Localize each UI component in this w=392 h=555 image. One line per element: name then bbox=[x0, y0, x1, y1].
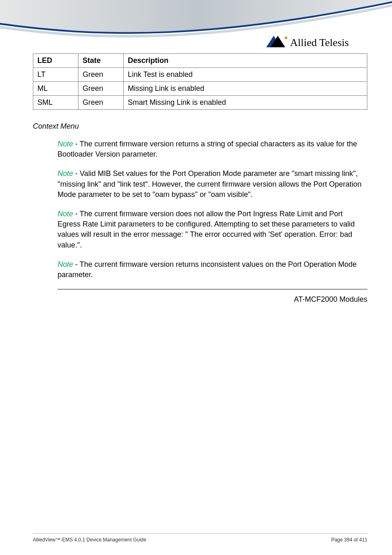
th-led: LED bbox=[33, 54, 78, 68]
module-label: AT-MCF2000 Modules bbox=[33, 295, 367, 304]
svg-point-2 bbox=[285, 37, 288, 39]
brand-logo: Allied Telesis bbox=[265, 35, 372, 50]
cell-desc: Smart Missing Link is enabled bbox=[124, 96, 367, 110]
cell-state: Green bbox=[78, 82, 124, 96]
led-table: LED State Description LT Green Link Test… bbox=[33, 53, 367, 110]
table-row: SML Green Smart Missing Link is enabled bbox=[33, 96, 367, 110]
table-row: LT Green Link Test is enabled bbox=[33, 68, 367, 82]
cell-led: LT bbox=[33, 68, 78, 82]
cell-desc: Missing Link is enabled bbox=[124, 82, 367, 96]
section-heading: Context Menu bbox=[33, 122, 367, 131]
brand-logo-text: Allied Telesis bbox=[290, 37, 349, 49]
footer-left: AlliedView™-EMS 4.0.1 Device Management … bbox=[33, 537, 146, 543]
cell-led: ML bbox=[33, 82, 78, 96]
page-footer: AlliedView™-EMS 4.0.1 Device Management … bbox=[33, 533, 367, 543]
cell-state: Green bbox=[78, 96, 124, 110]
section-divider bbox=[58, 289, 367, 289]
table-row: ML Green Missing Link is enabled bbox=[33, 82, 367, 96]
cell-desc: Link Test is enabled bbox=[124, 68, 367, 82]
note-label: Note bbox=[58, 210, 73, 218]
note-text: - The current firmware version returns a… bbox=[58, 140, 357, 158]
note-label: Note bbox=[58, 260, 73, 268]
note-label: Note bbox=[58, 169, 73, 178]
note-text: - The current firmware version returns i… bbox=[58, 260, 357, 279]
note-paragraph: Note - The current firmware version does… bbox=[58, 209, 367, 250]
cell-state: Green bbox=[78, 68, 124, 82]
th-state: State bbox=[78, 54, 124, 68]
footer-right: Page 394 of 411 bbox=[331, 537, 367, 543]
note-text: - Valid MIB Set values for the Port Oper… bbox=[58, 169, 362, 198]
note-paragraph: Note - The current firmware version retu… bbox=[58, 139, 367, 160]
note-text: - The current firmware version does not … bbox=[58, 210, 355, 249]
table-header-row: LED State Description bbox=[33, 54, 367, 68]
th-desc: Description bbox=[124, 54, 367, 68]
note-label: Note bbox=[58, 140, 73, 148]
note-paragraph: Note - Valid MIB Set values for the Port… bbox=[58, 169, 367, 200]
note-paragraph: Note - The current firmware version retu… bbox=[58, 259, 367, 280]
cell-led: SML bbox=[33, 96, 78, 110]
